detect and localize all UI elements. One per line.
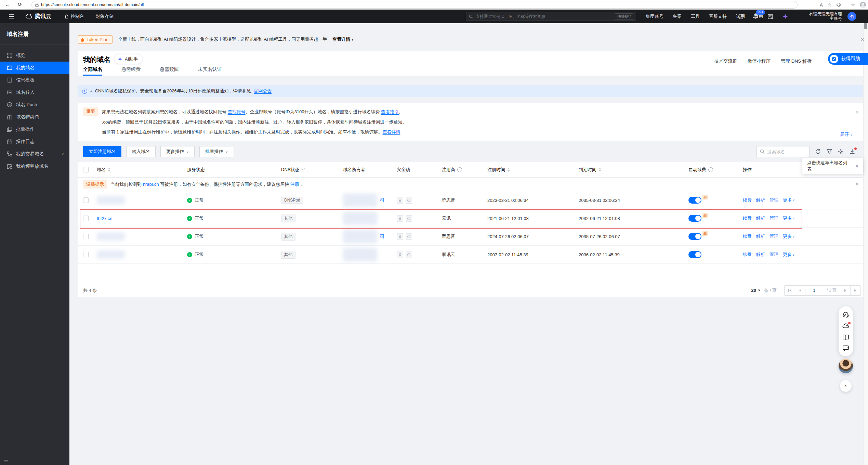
tab-all-domains[interactable]: 全部域名 [83,66,102,76]
select-all-checkbox[interactable] [83,167,89,172]
update-lock-icon[interactable] [406,233,412,240]
sidebar-item-domain-push[interactable]: 域名 Push [0,99,69,111]
sidebar-item-pre-release-domains[interactable]: 我的预释放域名 [0,160,69,172]
manage-link[interactable]: 管理 [770,233,778,240]
suggested-domain-link[interactable]: hrabr.cn [143,182,159,187]
filter-icon[interactable] [827,149,832,154]
renew-link[interactable]: 续费 [743,251,752,258]
tab-not-verified[interactable]: 未实名认证 [198,66,222,76]
read-aloud-icon[interactable]: A [820,2,823,8]
domain-search-input[interactable] [767,149,801,154]
tip-close-icon[interactable]: × [855,181,859,187]
sort-icon[interactable] [599,168,601,172]
auto-renew-toggle[interactable] [688,215,701,222]
nav-item-support[interactable]: 客服支持 [709,13,727,20]
help-circle-icon[interactable] [738,14,744,20]
notifications-bell-icon[interactable]: 99+ [753,13,759,20]
transfer-lock-icon[interactable] [397,251,403,258]
tab-redeem-soon[interactable]: 急需赎回 [160,66,179,76]
register-now-link[interactable]: 注册 [290,182,299,187]
transfer-lock-icon[interactable] [397,197,403,204]
resolve-link[interactable]: 解析 [756,197,765,203]
auto-renew-toggle[interactable] [688,233,701,240]
console-link[interactable]: 控制台 [64,13,84,20]
ai-assistant-button[interactable]: AI助手 [114,54,143,64]
browser-refresh-icon[interactable]: ⟳ [18,1,22,8]
sidebar-item-operation-logs[interactable]: 操作日志 [0,135,69,148]
assistant-avatar[interactable] [839,359,853,373]
manage-link[interactable]: 管理 [770,215,778,221]
sidebar-item-overview[interactable]: 概览 [0,49,69,62]
last-page-button[interactable] [850,286,860,295]
banner-close-icon[interactable]: × [861,37,864,42]
transfer-lock-icon[interactable] [397,215,403,222]
banner-detail-link[interactable]: 查看详情› [332,36,353,42]
collapse-panel-button[interactable]: › [840,380,852,392]
resolve-link[interactable]: 解析 [756,233,765,240]
gear-icon[interactable] [838,148,844,155]
more-link[interactable]: 更多∨ [783,197,795,203]
update-lock-icon[interactable] [406,197,412,204]
address-bar[interactable]: https://console.cloud.tencent.com/domain… [31,1,798,9]
prev-page-button[interactable] [795,286,805,295]
resolve-link[interactable]: 解析 [756,215,765,221]
tab-renew-soon[interactable]: 急需续费 [121,66,141,76]
sidebar-item-special-package[interactable]: 域名特惠包 [0,111,69,123]
renew-link[interactable]: 续费 [743,215,752,221]
account-info[interactable]: 有理无理无理有理 主账号 [804,12,842,21]
renew-link[interactable]: 续费 [743,197,752,203]
official-announcement-link[interactable]: 官网公告 [254,88,272,94]
resolve-link[interactable]: 解析 [756,251,765,258]
transfer-domain-button[interactable]: 转入域名 [126,146,156,157]
update-lock-icon[interactable] [406,251,412,258]
nav-item-tools[interactable]: 工具 [691,13,700,20]
more-link[interactable]: 更多∨ [783,215,795,221]
auto-renew-toggle[interactable] [688,251,701,258]
nav-item-group-account[interactable]: 集团账号 [646,13,663,20]
expand-link[interactable]: 展开 ∨ [840,131,853,138]
sidebar-item-batch-operations[interactable]: 批量操作 [0,123,69,135]
owner-link[interactable]: 司 [380,233,384,240]
tech-group-link[interactable]: 技术交流群 [714,58,737,64]
manage-link[interactable]: 管理 [770,197,778,203]
transfer-lock-icon[interactable] [397,233,403,240]
first-page-button[interactable] [785,286,795,295]
find-account-link[interactable]: 查找账号 [228,109,246,114]
more-link[interactable]: 更多∨ [783,233,795,240]
row-checkbox[interactable] [83,234,89,239]
page-scrollbar[interactable] [863,10,868,465]
row-checkbox[interactable] [83,197,89,203]
more-link[interactable]: 更多∨ [783,251,795,258]
domain-link[interactable]: tht2x.cn [97,216,113,221]
tooltip-close-icon[interactable]: × [856,164,858,168]
sidebar-item-my-domains[interactable]: 我的域名 [0,62,69,74]
wechat-miniprogram-link[interactable]: 微信小程序 [747,58,771,64]
ticket-icon[interactable] [767,14,773,20]
hamburger-menu-icon[interactable] [9,14,14,18]
view-details-link[interactable]: 查看详情 [382,129,400,134]
view-guide-link[interactable]: 查看指引 [381,109,399,114]
batch-actions-button[interactable]: 批量操作∨ [199,146,234,157]
favorites-bar-icon[interactable]: ☆ [851,2,855,8]
account-avatar[interactable]: 有 [847,12,856,21]
browser-back-icon[interactable]: ← [5,1,10,7]
cloud-feedback-icon[interactable] [842,323,849,329]
row-checkbox[interactable] [83,252,89,257]
sort-icon[interactable] [108,168,110,172]
sidebar-item-transfer-in[interactable]: 域名转入 [0,86,69,99]
browser-profile-avatar[interactable] [860,2,866,8]
renew-link[interactable]: 续费 [743,233,752,240]
get-help-button[interactable]: 获得帮助 [828,53,868,65]
manage-dns-link[interactable]: 管理 DNS 解析 [781,58,812,64]
token-plan-badge[interactable]: Token Plan [78,35,113,44]
page-size-select[interactable]: 20∨ [751,288,761,293]
global-search[interactable]: 快捷键 / [466,12,636,21]
favorite-star-icon[interactable]: ☆ [828,2,832,8]
tencent-cloud-logo[interactable]: 腾讯云 [25,13,51,20]
feedback-chat-icon[interactable] [842,345,849,351]
info-icon[interactable] [708,167,713,172]
update-lock-icon[interactable] [406,215,412,222]
notice-close-icon[interactable]: × [855,109,859,115]
sidebar-item-info-template[interactable]: 信息模板 [0,74,69,86]
more-actions-button[interactable]: 更多操作∨ [160,146,195,157]
